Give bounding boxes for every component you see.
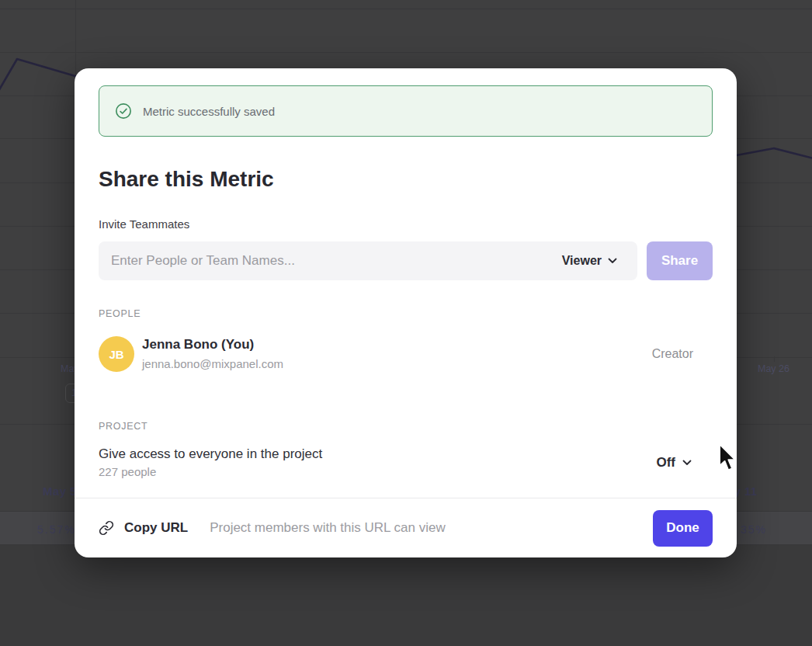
person-row: JB Jenna Bono (You) jenna.bono@mixpanel.… xyxy=(99,336,713,372)
project-access-row: Give access to everyone in the project 2… xyxy=(99,446,713,480)
avatar: JB xyxy=(99,336,134,372)
person-email: jenna.bono@mixpanel.com xyxy=(142,356,283,372)
invite-people-input[interactable] xyxy=(111,253,562,269)
person-name: Jenna Bono (You) xyxy=(142,336,283,353)
project-access-dropdown[interactable]: Off xyxy=(656,455,692,471)
invite-teammates-label: Invite Teammates xyxy=(99,217,713,231)
copy-url-button[interactable]: Copy URL xyxy=(99,520,188,536)
table-value: 5.57% xyxy=(37,523,76,536)
share-metric-modal: Metric successfully saved Share this Met… xyxy=(75,68,737,557)
check-circle-icon xyxy=(115,102,132,120)
modal-footer: Copy URL Project members with this URL c… xyxy=(75,498,737,557)
link-icon xyxy=(99,520,114,536)
invite-row: Viewer Share xyxy=(99,241,713,280)
project-access-subtitle: 227 people xyxy=(99,464,322,480)
chevron-down-icon xyxy=(608,258,617,264)
x-axis-label: May 26 xyxy=(758,363,789,374)
project-access-dropdown-value: Off xyxy=(656,455,675,471)
person-info: Jenna Bono (You) jenna.bono@mixpanel.com xyxy=(142,336,283,372)
modal-title: Share this Metric xyxy=(99,166,713,193)
person-role: Creator xyxy=(652,347,693,361)
success-toast: Metric successfully saved xyxy=(99,85,713,137)
share-button[interactable]: Share xyxy=(647,241,713,280)
project-access-title: Give access to everyone in the project xyxy=(99,446,322,463)
table-date: May 5 xyxy=(43,484,77,498)
role-dropdown-value: Viewer xyxy=(562,254,602,268)
copy-url-label: Copy URL xyxy=(124,520,188,536)
footer-hint: Project members with this URL can view xyxy=(210,520,446,536)
table-value: 35% xyxy=(741,523,767,536)
chevron-down-icon xyxy=(682,460,692,466)
project-access-info: Give access to everyone in the project 2… xyxy=(99,446,322,480)
project-section-label: PROJECT xyxy=(99,421,713,432)
toast-message: Metric successfully saved xyxy=(143,105,275,118)
people-section-label: PEOPLE xyxy=(99,308,713,320)
invite-input-container: Viewer xyxy=(99,241,637,280)
done-button[interactable]: Done xyxy=(653,510,713,547)
role-dropdown[interactable]: Viewer xyxy=(562,254,617,268)
